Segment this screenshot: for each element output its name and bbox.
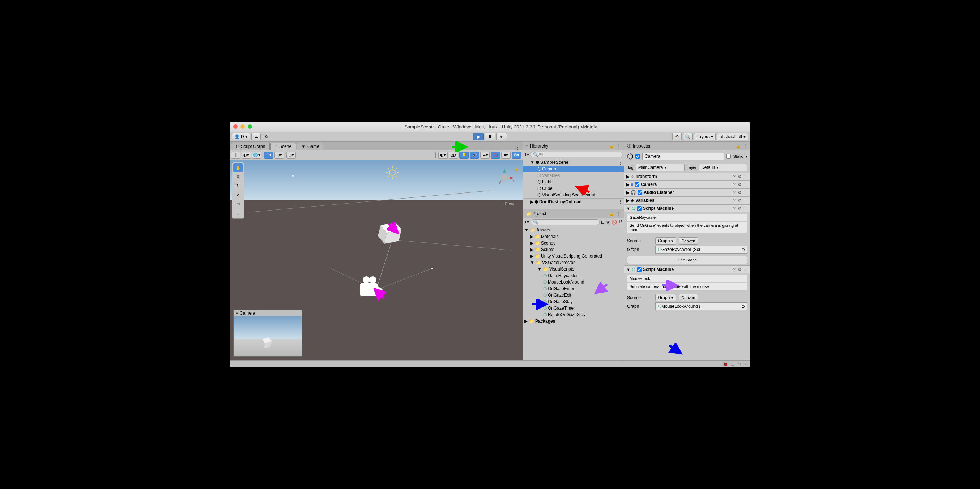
object-picker-icon[interactable]: ⊙ bbox=[741, 304, 745, 309]
rotate-tool[interactable]: ↻ bbox=[233, 182, 243, 190]
sun-light-gizmo[interactable] bbox=[385, 165, 399, 180]
autosave-icon[interactable]: ↻ bbox=[737, 362, 741, 367]
project-visualscripts[interactable]: ▼ 📁 VisualScripts bbox=[523, 266, 624, 272]
item-menu-icon[interactable]: ⋮ bbox=[618, 199, 622, 204]
object-name-field[interactable] bbox=[642, 153, 724, 160]
shading-mode-dropdown[interactable]: ◐▾ bbox=[242, 151, 251, 159]
project-search[interactable]: 🔍 bbox=[530, 219, 600, 225]
object-picker-icon[interactable]: ⊙ bbox=[741, 247, 745, 252]
lighting-toggle[interactable]: 💡 bbox=[459, 151, 469, 159]
add-button[interactable]: +▾ bbox=[524, 152, 529, 157]
filter-icon[interactable]: ⊟ bbox=[601, 220, 605, 225]
layers-icon[interactable]: ≣ bbox=[731, 362, 735, 367]
component-camera[interactable]: ▶ ■ Camera?⚙⋮ bbox=[624, 180, 750, 188]
add-button[interactable]: +▾ bbox=[524, 220, 529, 225]
svg-marker-10 bbox=[503, 169, 506, 173]
lock-icon[interactable]: 🔒 bbox=[514, 166, 519, 172]
effects-dropdown[interactable]: ☁▾ bbox=[480, 151, 490, 159]
lock-icon[interactable]: 🔓 bbox=[609, 143, 614, 149]
hand-tool[interactable]: ✋ bbox=[233, 164, 243, 172]
hierarchy-variables[interactable]: ⬡ Variables bbox=[523, 172, 624, 179]
tab-scene[interactable]: # Scene bbox=[270, 142, 296, 150]
audio-toggle[interactable]: 🔊 bbox=[470, 151, 479, 159]
undo-history-button[interactable]: ⟲ bbox=[262, 133, 270, 140]
tab-menu-icon[interactable]: ⋮ bbox=[512, 145, 523, 150]
transform-tool[interactable]: ⊕ bbox=[233, 209, 243, 217]
active-checkbox[interactable] bbox=[635, 154, 640, 159]
minimize-window-button[interactable] bbox=[240, 124, 245, 129]
orientation-gizmo[interactable]: x bbox=[494, 167, 515, 189]
lock-icon[interactable]: 🔓 bbox=[609, 211, 614, 216]
tab-game[interactable]: 👁 Game bbox=[297, 142, 324, 150]
sm1-graph-field[interactable]: ⬡GazeRaycaster (Scr ⊙ bbox=[655, 245, 748, 253]
scale-tool[interactable]: ⤢ bbox=[233, 191, 243, 199]
gizmos-dropdown[interactable]: ⚙▾ bbox=[512, 151, 521, 159]
account-dropdown[interactable]: 👤 D ▾ bbox=[232, 133, 250, 140]
hierarchy-camera[interactable]: ⬡ Camera bbox=[523, 166, 624, 172]
project-unity-vs-gen[interactable]: ▶ 📁 Unity.VisualScripting.Generated bbox=[523, 253, 624, 259]
hierarchy-search[interactable]: 🔍 All bbox=[530, 151, 622, 157]
project-materials[interactable]: ▶ 📁 Materials bbox=[523, 233, 624, 240]
project-gazeraycaster[interactable]: ⬡ GazeRaycaster bbox=[523, 272, 624, 279]
scene-viewport[interactable]: ✋ ✥ ↻ ⤢ ▭ ⊕ x bbox=[230, 160, 523, 360]
component-transform[interactable]: ▶ ⊹ Transform?⚙⋮ bbox=[624, 172, 750, 180]
gameobject-icon: ⬡ bbox=[538, 179, 541, 185]
hierarchy-dontdestroy[interactable]: ▶ ⬢ DontDestroyOnLoad⋮ bbox=[523, 198, 624, 205]
sm2-name-field[interactable] bbox=[627, 275, 748, 282]
panel-menu-icon[interactable]: ⋮ bbox=[743, 143, 748, 149]
component-variables[interactable]: ▶ ◈ Variables?⚙⋮ bbox=[624, 196, 750, 204]
static-checkbox[interactable] bbox=[726, 154, 731, 159]
project-scenes[interactable]: ▶ 📁 Scenes bbox=[523, 240, 624, 246]
panel-menu-icon[interactable]: ⋮ bbox=[617, 143, 621, 149]
history-button[interactable]: ↶ bbox=[672, 133, 682, 140]
sm2-desc-field[interactable]: Simulate camera movements with the mouse bbox=[627, 283, 748, 290]
cloud-button[interactable]: ☁ bbox=[251, 133, 261, 140]
sm2-graph-field[interactable]: ⬡MouseLookAround ( ⊙ bbox=[655, 303, 748, 310]
item-menu-icon[interactable]: ⋮ bbox=[618, 160, 622, 165]
maximize-window-button[interactable] bbox=[248, 124, 252, 129]
play-button[interactable]: ▶ bbox=[473, 133, 484, 140]
sm1-desc-field[interactable]: Send OnGaze* events to object when the c… bbox=[627, 222, 748, 233]
sm1-convert-button[interactable]: Convert bbox=[679, 237, 698, 244]
tag-dropdown[interactable]: MainCamera▾ bbox=[636, 164, 684, 171]
scene-visibility-dropdown[interactable]: ◐▾ bbox=[438, 151, 448, 159]
hierarchy-scene[interactable]: ▼ ⬢ SampleScene⋮ bbox=[523, 159, 624, 166]
draw-mode-dropdown[interactable]: 🌐▾ bbox=[252, 151, 261, 159]
pause-button[interactable]: ⏸ bbox=[485, 133, 495, 140]
layer-dropdown[interactable]: Default▾ bbox=[698, 164, 748, 171]
tab-script-graph[interactable]: ⬡ Script Graph bbox=[231, 142, 270, 150]
sm1-name-field[interactable] bbox=[627, 214, 748, 221]
hidden-icon[interactable]: 🚫 bbox=[611, 220, 617, 225]
component-audio[interactable]: ▶ 🎧 Audio Listener?⚙⋮ bbox=[624, 188, 750, 196]
svg-point-20 bbox=[292, 175, 294, 177]
project-assets[interactable]: ▼ 📁 Assets bbox=[523, 227, 624, 233]
project-rotateongazestay[interactable]: ⬡ RotateOnGazeStay bbox=[523, 311, 624, 318]
project-vsgazedetector[interactable]: ▼ 📁 VSGazeDetector bbox=[523, 259, 624, 266]
lock-icon[interactable]: 🔓 bbox=[735, 143, 741, 149]
sm1-source-dropdown[interactable]: Graph ▾ bbox=[655, 237, 676, 244]
sm2-source-dropdown[interactable]: Graph ▾ bbox=[655, 294, 676, 301]
sm1-edit-graph-button[interactable]: Edit Graph bbox=[627, 256, 748, 264]
step-button[interactable]: ⏭ bbox=[496, 133, 507, 140]
project-packages[interactable]: ▶ 📁 Packages bbox=[523, 318, 624, 325]
2d-toggle[interactable]: 2D bbox=[449, 151, 458, 159]
panel-menu-icon[interactable]: ⋮ bbox=[617, 211, 621, 216]
search-button[interactable]: 🔍 bbox=[683, 133, 692, 140]
favorite-icon[interactable]: ★ bbox=[606, 220, 610, 225]
camera-settings-dropdown[interactable]: ■▾ bbox=[501, 151, 511, 159]
layout-dropdown[interactable]: abstract-tall ▾ bbox=[717, 133, 748, 140]
sm2-convert-button[interactable]: Convert bbox=[679, 294, 698, 301]
handle-rotation-button[interactable]: ⊕▾ bbox=[274, 151, 284, 159]
chevron-down-icon[interactable]: ▾ bbox=[745, 154, 748, 159]
move-tool[interactable]: ✥ bbox=[233, 172, 243, 181]
layers-dropdown[interactable]: Layers ▾ bbox=[694, 133, 716, 140]
pivot-mode-button[interactable]: ⊹▾ bbox=[264, 151, 274, 159]
close-window-button[interactable] bbox=[233, 124, 238, 129]
hidden-objects-toggle[interactable]: 🚫 bbox=[491, 151, 500, 159]
grid-snap-dropdown[interactable]: ⊞▾ bbox=[286, 151, 296, 159]
project-scripts[interactable]: ▶ 📁 Scripts bbox=[523, 246, 624, 253]
rect-tool[interactable]: ▭ bbox=[233, 200, 243, 208]
component-script-machine-2[interactable]: ▼ ⬡ Script Machine?⚙⋮ bbox=[624, 266, 750, 274]
bug-icon[interactable]: 🐞 bbox=[722, 362, 728, 367]
component-script-machine-1[interactable]: ▼ ⬡ Script Machine?⚙⋮ bbox=[624, 204, 750, 212]
